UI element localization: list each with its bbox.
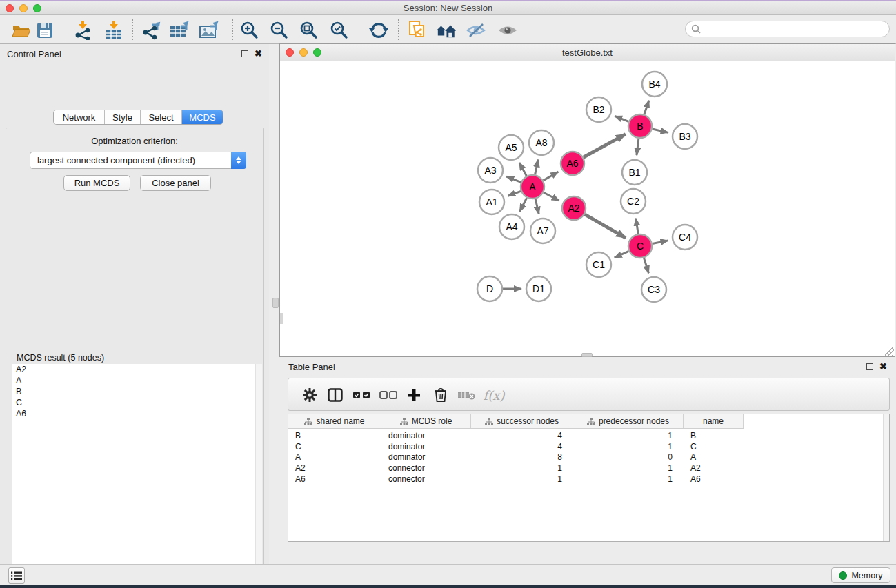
column-header-successor-nodes[interactable]: successor nodes — [471, 414, 573, 428]
cell-successor-nodes[interactable]: 1 — [471, 474, 573, 485]
table-settings-button[interactable] — [299, 385, 320, 405]
network-graph[interactable]: B4B2BB3A5A8A6A3B1AA1A2C2A4A7C4CC1C3DD1 — [280, 61, 895, 356]
cell-mcds-role[interactable]: connector — [381, 474, 471, 485]
edge-A2-C[interactable] — [585, 214, 626, 238]
cell-mcds-role[interactable]: dominator — [381, 430, 471, 441]
hide-selected-button[interactable] — [466, 20, 487, 41]
close-window-button[interactable] — [6, 4, 14, 12]
show-columns-button[interactable] — [325, 385, 346, 405]
cell-predecessor-nodes[interactable]: 1 — [573, 441, 684, 452]
cell-shared-name[interactable]: C — [288, 441, 381, 452]
edge-A-A1[interactable] — [508, 191, 521, 196]
cell-shared-name[interactable]: A — [288, 452, 381, 463]
run-mcds-button[interactable]: Run MCDS — [63, 175, 130, 191]
result-list-item[interactable]: C — [12, 397, 262, 408]
edge-C-C4[interactable] — [653, 241, 668, 244]
minimize-window-button[interactable] — [19, 4, 28, 12]
column-header-mcds-role[interactable]: MCDS role — [381, 414, 471, 428]
edge-C-C2[interactable] — [636, 219, 638, 234]
edge-A-A6[interactable] — [544, 172, 559, 181]
node-D1[interactable]: D1 — [526, 276, 551, 301]
node-A2[interactable]: A2 — [562, 196, 586, 220]
node-B1[interactable]: B1 — [622, 160, 647, 185]
edge-C-C1[interactable] — [615, 251, 629, 257]
node-A1[interactable]: A1 — [479, 190, 504, 214]
edge-B-B1[interactable] — [637, 139, 639, 155]
node-C4[interactable]: C4 — [673, 225, 697, 250]
tab-network[interactable]: Network — [54, 110, 105, 124]
edge-A-A2[interactable] — [544, 192, 559, 201]
tab-mcds[interactable]: MCDS — [182, 110, 223, 124]
close-network-button[interactable] — [286, 48, 294, 57]
edge-B-B2[interactable] — [615, 116, 628, 121]
window-resize-grip[interactable] — [885, 347, 894, 356]
zoom-out-button[interactable] — [269, 20, 290, 41]
deselect-all-button[interactable] — [378, 385, 399, 405]
node-A5[interactable]: A5 — [499, 135, 524, 160]
add-column-button[interactable] — [404, 385, 424, 405]
column-header-name[interactable]: name — [684, 414, 744, 428]
edge-A-A4[interactable] — [519, 198, 526, 212]
edge-A6-B[interactable] — [584, 134, 626, 158]
criterion-dropdown[interactable]: largest connected component (directed) — [30, 152, 246, 169]
network-window-controls[interactable] — [286, 48, 321, 57]
node-D[interactable]: D — [477, 276, 502, 301]
cell-successor-nodes[interactable]: 4 — [471, 441, 573, 452]
cell-mcds-role[interactable]: connector — [381, 463, 471, 474]
column-header-shared-name[interactable]: shared name — [288, 414, 381, 428]
node-B[interactable]: B — [628, 114, 652, 138]
edge-A-A5[interactable] — [519, 163, 526, 176]
vertical-splitter-handle[interactable] — [272, 298, 279, 308]
result-list-item[interactable]: A6 — [12, 408, 262, 419]
node-A8[interactable]: A8 — [529, 130, 554, 155]
column-header-predecessor-nodes[interactable]: predecessor nodes — [573, 414, 684, 428]
zoom-window-button[interactable] — [33, 4, 41, 12]
node-C3[interactable]: C3 — [641, 277, 666, 302]
cell-name[interactable]: B — [684, 430, 744, 441]
node-C1[interactable]: C1 — [586, 252, 611, 277]
window-controls[interactable] — [6, 4, 41, 12]
table-row[interactable]: Cdominator41C — [288, 441, 744, 452]
refresh-view-button[interactable] — [368, 20, 389, 41]
node-A4[interactable]: A4 — [499, 214, 524, 239]
cell-successor-nodes[interactable]: 4 — [471, 430, 573, 441]
show-all-button[interactable] — [497, 20, 518, 41]
cell-predecessor-nodes[interactable]: 1 — [573, 463, 684, 474]
node-A7[interactable]: A7 — [530, 219, 555, 243]
zoom-selected-button[interactable] — [329, 20, 350, 41]
node-C[interactable]: C — [628, 234, 652, 258]
result-list-item[interactable]: A — [12, 375, 262, 386]
delete-column-button[interactable] — [430, 385, 451, 405]
cell-mcds-role[interactable]: dominator — [381, 452, 471, 463]
node-C2[interactable]: C2 — [621, 189, 646, 214]
close-panel-icon[interactable]: ✖ — [255, 50, 262, 57]
function-builder-button[interactable]: f(x) — [484, 385, 504, 405]
memory-button[interactable]: Memory — [831, 567, 890, 583]
cell-successor-nodes[interactable]: 1 — [471, 463, 573, 474]
close-panel-button[interactable]: Close panel — [140, 175, 211, 191]
zoom-in-button[interactable] — [239, 20, 260, 41]
cell-name[interactable]: A — [684, 452, 744, 463]
node-B4[interactable]: B4 — [642, 72, 667, 97]
cell-mcds-role[interactable]: dominator — [381, 441, 471, 452]
node-table[interactable]: shared nameMCDS rolesuccessor nodesprede… — [288, 414, 890, 542]
float-table-panel-icon[interactable] — [866, 363, 873, 370]
cell-shared-name[interactable]: B — [288, 430, 381, 441]
delete-table-button[interactable] — [456, 385, 477, 405]
node-A3[interactable]: A3 — [478, 158, 503, 183]
network-canvas[interactable]: B4B2BB3A5A8A6A3B1AA1A2C2A4A7C4CC1C3DD1 — [280, 61, 895, 356]
zoom-network-button[interactable] — [313, 48, 321, 57]
cell-name[interactable]: A2 — [684, 463, 744, 474]
edge-A-A3[interactable] — [506, 176, 521, 182]
task-history-button[interactable] — [8, 567, 25, 584]
cell-predecessor-nodes[interactable]: 1 — [573, 474, 684, 485]
table-row[interactable]: A2connector11A2 — [288, 463, 744, 474]
tab-style[interactable]: Style — [105, 110, 141, 124]
node-A6[interactable]: A6 — [561, 152, 584, 175]
tab-select[interactable]: Select — [141, 110, 182, 124]
import-network-button[interactable] — [72, 20, 93, 41]
float-panel-icon[interactable] — [241, 50, 248, 57]
select-all-button[interactable] — [351, 385, 372, 405]
table-row[interactable]: Bdominator41B — [288, 430, 744, 441]
cell-predecessor-nodes[interactable]: 0 — [573, 452, 684, 463]
